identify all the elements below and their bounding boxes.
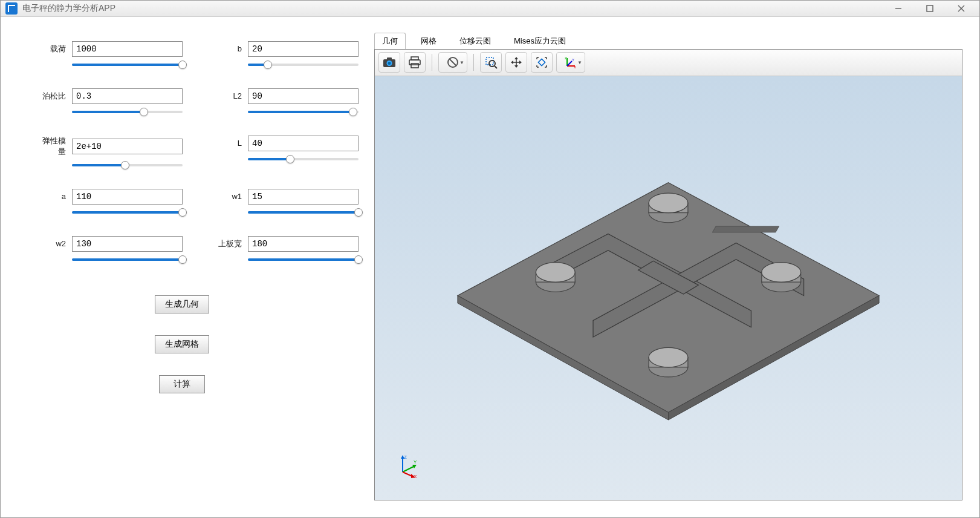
param-row-L2: L2 — [213, 88, 359, 117]
param-label: 弹性模量 — [37, 136, 66, 157]
minimize-button[interactable] — [891, 1, 906, 16]
svg-point-37 — [762, 263, 801, 282]
svg-point-14 — [489, 61, 495, 67]
param-slider-a[interactable] — [72, 207, 183, 218]
svg-point-33 — [649, 193, 688, 212]
camera-icon[interactable] — [378, 52, 400, 73]
param-row-载荷: 载荷 — [37, 41, 183, 70]
titlebar: 电子秤的静力学分析APP — [1, 1, 979, 17]
svg-text:Y: Y — [572, 58, 574, 62]
param-row-w1: w1 — [213, 189, 359, 218]
param-slider-泊松比[interactable] — [72, 107, 183, 117]
param-input-L2[interactable] — [248, 88, 359, 104]
svg-line-21 — [567, 61, 572, 66]
toolbar-separator — [473, 54, 474, 71]
param-label: 载荷 — [37, 44, 66, 54]
action-buttons: 生成几何 生成网格 计算 — [37, 295, 327, 393]
tab-2[interactable]: 位移云图 — [452, 33, 499, 49]
param-slider-w2[interactable] — [72, 254, 183, 265]
param-label: L — [213, 139, 242, 148]
param-label: w2 — [37, 239, 66, 248]
param-input-b[interactable] — [248, 41, 359, 57]
generate-geometry-button[interactable]: 生成几何 — [155, 295, 209, 313]
svg-rect-10 — [411, 64, 418, 68]
param-slider-上板宽[interactable] — [248, 254, 359, 265]
param-row-a: a — [37, 189, 183, 218]
svg-text:X: X — [574, 65, 576, 68]
svg-point-7 — [388, 62, 391, 65]
viewer-panel: 几何网格位移云图Mises应力云图 ▼ — [369, 29, 967, 505]
svg-text:X: X — [414, 474, 417, 478]
param-label: 上板宽 — [213, 238, 242, 249]
param-input-L[interactable] — [248, 136, 359, 151]
param-slider-L[interactable] — [248, 154, 359, 165]
parameters-panel: 载荷b泊松比L2弹性模量Law1w2上板宽 生成几何 生成网格 计算 — [13, 29, 351, 505]
param-label: 泊松比 — [37, 91, 66, 102]
svg-point-40 — [649, 347, 688, 367]
pan-icon[interactable] — [505, 52, 527, 73]
svg-text:Y: Y — [414, 459, 417, 465]
param-label: a — [37, 192, 66, 201]
param-label: b — [213, 44, 242, 53]
chevron-down-icon: ▼ — [577, 60, 582, 65]
param-input-w2[interactable] — [72, 236, 183, 252]
viewer-toolbar: ▼ ZXY ▼ — [375, 50, 962, 76]
compute-button[interactable]: 计算 — [159, 375, 205, 393]
viewer-frame: ▼ ZXY ▼ — [374, 49, 962, 500]
axes-icon[interactable]: ZXY ▼ — [556, 52, 585, 73]
svg-line-15 — [495, 66, 497, 68]
toolbar-separator — [432, 54, 432, 71]
svg-rect-5 — [387, 57, 392, 60]
svg-rect-1 — [927, 5, 933, 11]
svg-marker-34 — [712, 226, 779, 232]
zoom-icon[interactable] — [480, 52, 502, 73]
svg-point-43 — [536, 263, 575, 282]
fit-icon[interactable] — [531, 52, 553, 73]
print-icon[interactable] — [404, 52, 426, 73]
param-label: w1 — [213, 192, 242, 201]
close-button[interactable] — [954, 1, 969, 16]
param-input-a[interactable] — [72, 189, 183, 205]
svg-text:Z: Z — [565, 56, 567, 60]
param-row-泊松比: 泊松比 — [37, 88, 183, 117]
app-icon — [5, 2, 18, 15]
param-slider-载荷[interactable] — [72, 59, 183, 70]
content-area: 载荷b泊松比L2弹性模量Law1w2上板宽 生成几何 生成网格 计算 几何网格位… — [1, 17, 979, 517]
svg-rect-18 — [538, 59, 545, 66]
param-row-弹性模量: 弹性模量 — [37, 136, 183, 171]
param-slider-b[interactable] — [248, 59, 359, 70]
param-input-弹性模量[interactable] — [72, 139, 183, 154]
param-slider-L2[interactable] — [248, 107, 359, 117]
param-input-泊松比[interactable] — [72, 88, 183, 104]
tab-0[interactable]: 几何 — [374, 33, 406, 49]
param-slider-w1[interactable] — [248, 207, 359, 218]
window-title: 电子秤的静力学分析APP — [22, 3, 891, 14]
viewer-tabs: 几何网格位移云图Mises应力云图 — [369, 29, 967, 49]
disable-icon[interactable]: ▼ — [438, 52, 467, 73]
svg-text:Z: Z — [404, 454, 407, 460]
param-slider-弹性模量[interactable] — [72, 160, 183, 171]
app-window: 电子秤的静力学分析APP 载荷b泊松比L2弹性模量Law1w2上板宽 生成几何 … — [0, 0, 980, 518]
svg-line-12 — [450, 59, 456, 66]
axis-gizmo: Z Y X — [397, 454, 421, 478]
window-controls — [891, 1, 969, 16]
param-input-上板宽[interactable] — [248, 236, 359, 252]
param-row-b: b — [213, 41, 359, 70]
maximize-button[interactable] — [923, 1, 937, 16]
tab-1[interactable]: 网格 — [413, 33, 444, 49]
param-input-w1[interactable] — [248, 189, 359, 205]
param-input-载荷[interactable] — [72, 41, 183, 57]
param-row-w2: w2 — [37, 236, 183, 265]
param-row-上板宽: 上板宽 — [213, 236, 359, 265]
svg-line-47 — [403, 466, 415, 472]
param-label: L2 — [213, 91, 242, 100]
param-row-L: L — [213, 136, 359, 171]
generate-mesh-button[interactable]: 生成网格 — [155, 335, 209, 353]
3d-canvas[interactable]: Z Y X — [375, 76, 962, 500]
chevron-down-icon: ▼ — [459, 60, 464, 65]
tab-3[interactable]: Mises应力云图 — [506, 33, 574, 49]
